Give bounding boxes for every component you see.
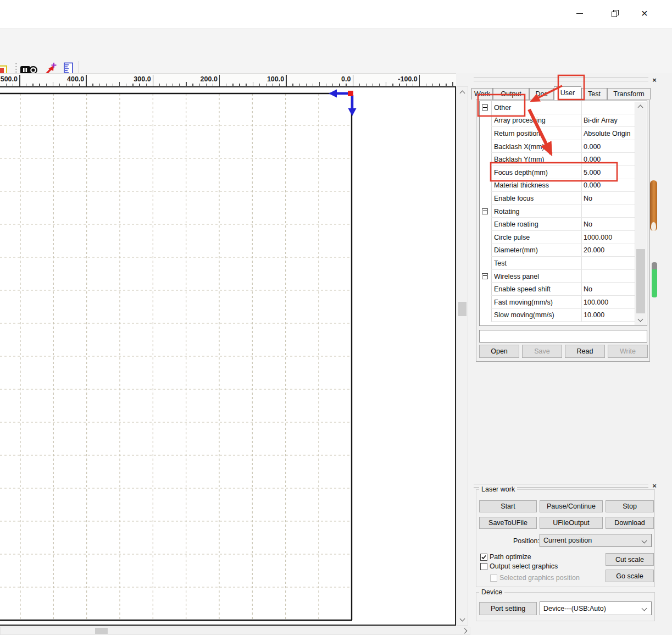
scroll-up-icon[interactable] — [635, 103, 646, 112]
restore-button[interactable] — [602, 2, 627, 24]
ruler-minor-tick — [79, 84, 80, 86]
prop-row-circle-pulse[interactable]: Circle pulse1000.000 — [480, 231, 635, 244]
prop-row-test[interactable]: Test — [480, 257, 635, 270]
prop-row-return-position[interactable]: Return positionAbsolute Origin — [480, 127, 635, 140]
scroll-down-icon[interactable] — [457, 614, 468, 623]
port-setting-button[interactable]: Port setting — [479, 602, 537, 615]
ruler-major-tick — [353, 75, 354, 87]
parameter-note-field[interactable] — [479, 330, 647, 343]
toolbar-area — [0, 29, 672, 73]
ruler-label: 500.0 — [0, 75, 18, 83]
prop-row-material-thickness[interactable]: Material thickness0.000 — [480, 179, 635, 192]
prop-value[interactable]: 5.000 — [584, 166, 634, 179]
prop-row-focus-depth-mm[interactable]: Focus depth(mm)5.000 — [480, 166, 635, 179]
chevron-down-icon — [642, 606, 647, 611]
close-button[interactable]: × — [632, 2, 657, 24]
tab-transform[interactable]: Transform — [607, 88, 651, 100]
property-grid[interactable]: OtherArray processingBi-dir ArrayReturn … — [479, 101, 647, 326]
prop-value[interactable]: 100.000 — [584, 296, 634, 309]
prop-value[interactable]: 0.000 — [584, 153, 634, 166]
scroll-up-icon[interactable] — [457, 89, 468, 98]
panel-close-icon[interactable]: × — [651, 76, 658, 84]
tab-user[interactable]: User — [554, 86, 581, 100]
prop-value[interactable]: 0.000 — [584, 140, 634, 153]
start-button[interactable]: Start — [479, 500, 537, 512]
device-dropdown[interactable]: Device---(USB:Auto) — [540, 601, 652, 615]
prop-row-enable-focus[interactable]: Enable focusNo — [480, 192, 635, 205]
prop-row-enable-speed-shift[interactable]: Enable speed shiftNo — [480, 283, 635, 296]
prop-row-slow-moving-mm-s[interactable]: Slow moving(mm/s)10.000 — [480, 309, 635, 322]
grid-scrollbar[interactable] — [635, 102, 646, 325]
pause-continue-button[interactable]: Pause/Continue — [540, 500, 603, 512]
prop-value[interactable]: 1000.000 — [584, 231, 634, 244]
ruler-minor-tick — [206, 84, 207, 86]
prop-row-array-processing[interactable]: Array processingBi-dir Array — [480, 114, 635, 128]
ruler-minor-tick — [179, 84, 180, 86]
position-dropdown[interactable]: Current position — [540, 534, 652, 547]
ruler-minor-tick — [6, 84, 7, 86]
ruler-minor-tick — [392, 84, 393, 86]
ruler-minor-tick — [413, 84, 413, 86]
prop-value[interactable]: No — [584, 192, 634, 205]
ruler-minor-tick — [113, 84, 113, 86]
horizontal-scroll-thumb[interactable] — [95, 628, 108, 634]
ruler-minor-tick — [92, 84, 93, 86]
prop-row-fast-moving-mm-s[interactable]: Fast moving(mm/s)100.000 — [480, 296, 635, 309]
group-row-wireless-panel[interactable]: Wireless panel — [480, 270, 635, 283]
prop-row-diameter-mm[interactable]: Diameter(mm)20.000 — [480, 244, 635, 257]
prop-name: Wireless panel — [494, 270, 580, 283]
collapse-toggle-icon[interactable] — [482, 273, 488, 279]
collapse-toggle-icon[interactable] — [482, 104, 488, 111]
collapse-toggle-icon[interactable] — [482, 208, 488, 214]
prop-name: Rotating — [494, 205, 580, 218]
prop-name: Test — [494, 257, 580, 270]
stop-button[interactable]: Stop — [606, 500, 654, 512]
ufileoutput-button[interactable]: UFileOutput — [540, 517, 603, 529]
prop-value[interactable]: Bi-dir Array — [584, 114, 634, 128]
scroll-right-icon[interactable] — [459, 626, 470, 635]
prop-value[interactable]: No — [584, 283, 634, 296]
prop-value[interactable]: 10.000 — [584, 309, 634, 322]
scroll-down-icon[interactable] — [635, 314, 646, 324]
prop-value[interactable]: 0.000 — [584, 179, 634, 192]
checkbox-label: Selected graphics position — [499, 574, 580, 582]
prop-value[interactable]: No — [584, 218, 634, 231]
savetoufile-button[interactable]: SaveToUFile — [479, 517, 537, 529]
checkbox-output-select-graphics[interactable] — [480, 563, 487, 570]
prop-name: Diameter(mm) — [494, 244, 580, 257]
open-button[interactable]: Open — [479, 345, 519, 358]
drawing-canvas[interactable] — [0, 86, 456, 626]
tab-output[interactable]: Output — [493, 88, 529, 100]
prop-row-backlash-y-mm[interactable]: Backlash Y(mm)0.000 — [480, 153, 635, 166]
decoration-pencil-tip — [651, 222, 656, 231]
ruler-major-tick — [86, 75, 87, 87]
tab-doc[interactable]: Doc — [529, 88, 554, 100]
canvas-vertical-scrollbar[interactable] — [457, 86, 468, 626]
vertical-scroll-thumb[interactable] — [458, 302, 466, 316]
panel-splitter[interactable] — [474, 78, 648, 81]
ruler-minor-tick — [292, 84, 293, 86]
prop-value[interactable]: Absolute Origin — [584, 127, 634, 140]
panel-close-icon[interactable]: × — [651, 482, 658, 490]
ruler-minor-tick — [446, 84, 446, 86]
minimize-button[interactable] — [567, 2, 592, 24]
prop-row-backlash-x-mm[interactable]: Backlash X(mm)0.000 — [480, 140, 635, 153]
group-row-other[interactable]: Other — [480, 101, 635, 114]
ruler-minor-tick — [452, 82, 453, 86]
canvas-horizontal-scrollbar[interactable] — [0, 627, 470, 635]
read-button[interactable]: Read — [565, 345, 605, 358]
checkbox-path-optimize[interactable] — [480, 554, 487, 561]
group-row-rotating[interactable]: Rotating — [480, 205, 635, 218]
minimize-icon — [576, 13, 583, 14]
go-scale-button[interactable]: Go scale — [606, 570, 654, 582]
download-button[interactable]: Download — [606, 517, 654, 529]
tab-work[interactable]: Work — [471, 88, 493, 100]
tab-test[interactable]: Test — [581, 88, 607, 100]
chevron-down-icon — [642, 538, 647, 544]
ruler-minor-tick — [279, 84, 280, 86]
prop-row-enable-roating[interactable]: Enable roatingNo — [480, 218, 635, 231]
prop-value[interactable]: 20.000 — [584, 244, 634, 257]
grid-scroll-thumb[interactable] — [636, 249, 645, 313]
ruler-label: 100.0 — [250, 75, 284, 83]
cut-scale-button[interactable]: Cut scale — [606, 553, 654, 566]
